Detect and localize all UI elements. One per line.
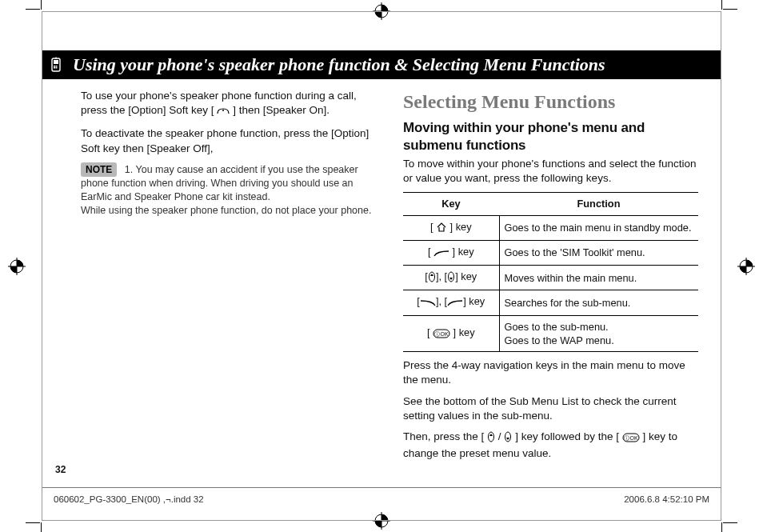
chapter-title: Using your phone's speaker phone functio… [70, 54, 605, 75]
note-rest: phone function when driving. When drivin… [81, 177, 376, 218]
ok-icon: ⓘOK [433, 328, 450, 342]
softkey-left-icon [420, 297, 436, 310]
section-title: Selecting Menu Functions [403, 89, 698, 114]
ok-icon: ⓘOK [622, 432, 640, 446]
page-number: 32 [55, 464, 66, 475]
subsection-title: Moving within your phone's menu and subm… [403, 119, 698, 154]
paragraph: Then, press the [ / ] key followed by th… [403, 430, 698, 461]
svg-point-14 [55, 58, 57, 59]
svg-rect-16 [56, 66, 58, 67]
function-cell: Moves within the main menu. [499, 266, 698, 290]
crop-mark [41, 0, 42, 10]
footer: 060602_PG-3300_EN(00) ,¬.indd 32 2006.6.… [54, 494, 709, 504]
svg-rect-18 [56, 67, 58, 69]
phone-icon [42, 50, 70, 79]
function-cell: Searches for the sub-menu. [499, 290, 698, 315]
key-cell: [ ⓘOK ] key [403, 315, 499, 352]
note-badge: NOTE [81, 162, 117, 177]
note-line: 1. You may cause an accident if you use … [125, 164, 358, 175]
key-cell: [ ] key [403, 215, 499, 240]
softkey-right-icon [433, 247, 449, 261]
text: ] key [450, 221, 472, 233]
text: [ [427, 326, 430, 338]
key-cell: [], [] key [403, 290, 499, 315]
text: ] key [453, 326, 475, 338]
nav-up-icon [487, 431, 495, 446]
left-column: To use your phone's speaker phone functi… [81, 89, 376, 464]
table-header-function: Function [499, 193, 698, 215]
nav-down-icon [504, 431, 512, 446]
svg-rect-17 [54, 67, 55, 69]
body-columns: To use your phone's speaker phone functi… [81, 89, 698, 464]
table-row: [ ⓘOK ] key Goes to the sub-menu. Goes t… [403, 315, 698, 352]
svg-rect-13 [54, 60, 58, 64]
registration-mark-icon [737, 258, 755, 275]
crop-mark [721, 0, 722, 10]
nav-up-icon [428, 271, 436, 286]
text: [ [428, 246, 431, 258]
page-frame: Using your phone's speaker phone functio… [42, 11, 721, 521]
svg-point-25 [505, 432, 511, 442]
text: ] key [453, 246, 474, 258]
table-row: [ ] key Goes to the main menu in standby… [403, 215, 698, 240]
crop-mark [41, 522, 42, 532]
svg-text:ⓘOK: ⓘOK [434, 331, 448, 337]
function-cell: Goes to the 'SIM Toolkit' menu. [499, 240, 698, 265]
note-block: NOTE 1. You may cause an accident if you… [81, 162, 376, 218]
text: ] key followed by the [ [515, 430, 619, 442]
right-column: Selecting Menu Functions Moving within y… [403, 89, 698, 464]
paragraph: Press the 4-way navigation keys in the m… [403, 358, 698, 387]
chapter-header: Using your phone's speaker phone functio… [42, 50, 721, 79]
footer-file-info: 060602_PG-3300_EN(00) ,¬.indd 32 [54, 494, 204, 504]
table-header-key: Key [403, 193, 499, 215]
svg-text:ⓘOK: ⓘOK [624, 435, 637, 441]
crop-mark [723, 9, 737, 10]
table-row: [], [] key Searches for the sub-menu. [403, 290, 698, 315]
crop-mark [26, 9, 40, 10]
text: [ [430, 221, 433, 233]
crop-mark [721, 522, 722, 532]
svg-rect-15 [54, 66, 55, 67]
svg-point-24 [489, 432, 494, 442]
nav-down-icon [447, 271, 455, 286]
text: ] then [Speaker On]. [233, 104, 330, 116]
note-body: NOTE 1. You may cause an accident if you… [81, 162, 376, 218]
text: / [498, 430, 501, 442]
function-cell: Goes to the main menu in standby mode. [499, 215, 698, 240]
footer-timestamp: 2006.6.8 4:52:10 PM [624, 494, 709, 504]
key-function-table: Key Function [ ] key [403, 192, 698, 352]
footer-rule [42, 487, 721, 488]
svg-point-20 [429, 272, 434, 282]
softkey-right-icon [447, 297, 463, 310]
page-root: Using your phone's speaker phone functio… [0, 0, 763, 532]
crop-mark [26, 522, 40, 523]
table-row: [ ] key Goes to the 'SIM Toolkit' menu. [403, 240, 698, 265]
text: Then, press the [ [403, 430, 484, 442]
paragraph: To move within your phone's functions an… [403, 157, 698, 186]
paragraph: To deactivate the speaker phone function… [81, 126, 376, 155]
paragraph: See the bottom of the Sub Menu List to c… [403, 394, 698, 423]
function-cell: Goes to the sub-menu. Goes to the WAP me… [499, 315, 698, 352]
table-row: [], [] key Moves within the main menu. [403, 266, 698, 290]
key-cell: [ ] key [403, 240, 499, 265]
svg-point-21 [449, 272, 454, 282]
crop-mark [723, 522, 737, 523]
home-icon [436, 222, 447, 236]
paragraph: To use your phone's speaker phone functi… [81, 89, 376, 120]
registration-mark-icon [8, 258, 26, 275]
softkey-icon [217, 106, 230, 120]
svg-point-19 [222, 110, 224, 111]
key-cell: [], [] key [403, 266, 499, 290]
